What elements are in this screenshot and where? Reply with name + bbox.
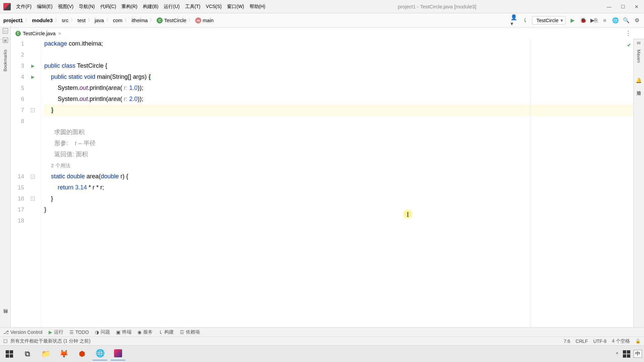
bookmarks-tool[interactable]: Bookmarks (3, 50, 8, 71)
menu-bar: 文件(F) 编辑(E) 视图(V) 导航(N) 代码(C) 重构(R) 构建(B… (14, 2, 267, 11)
tray-grid-icon[interactable] (623, 350, 630, 358)
bc-module[interactable]: module3 (32, 17, 53, 23)
status-message: 所有文件都处于最新状态 (1 分钟 之前) (10, 338, 91, 344)
tray-chevron-icon[interactable]: ＾ (615, 351, 620, 357)
caret-position[interactable]: 7:6 (564, 339, 570, 344)
text-cursor-highlight (403, 208, 413, 220)
bc-com[interactable]: com (113, 17, 122, 23)
status-icon: ☐ (3, 339, 8, 344)
services-icon: ◉ (138, 329, 142, 335)
menu-vcs[interactable]: VCS(S) (204, 2, 224, 11)
bc-class[interactable]: CTestCircle (157, 17, 186, 23)
bc-project[interactable]: project1 (3, 17, 23, 23)
maximize-button[interactable]: ☐ (621, 4, 625, 9)
problems-tool[interactable]: ◑问题 (95, 329, 110, 335)
editor-tab[interactable]: C TestCircle.java × (12, 28, 65, 39)
terminal-icon: ▣ (116, 329, 120, 335)
minimize-button[interactable]: — (607, 4, 611, 9)
close-button[interactable]: ✕ (635, 4, 639, 9)
tab-label: TestCircle.java (23, 31, 56, 36)
bc-src[interactable]: src (62, 17, 68, 23)
branch-icon: ⎇ (3, 329, 9, 335)
edge-icon[interactable]: 🌐 (93, 347, 107, 361)
run-config-select[interactable]: TestCircle (532, 16, 566, 24)
run-tool[interactable]: ▶运行 (49, 329, 63, 335)
run-gutter-icon[interactable]: ▶ (31, 63, 35, 68)
menu-window[interactable]: 窗口(W) (225, 2, 246, 11)
todo-tool[interactable]: ☰TODO (69, 329, 89, 335)
task-view-icon[interactable]: ⧉ (20, 347, 35, 361)
build-tool[interactable]: ⤹构建 (159, 329, 174, 335)
bc-itheima[interactable]: itheima (131, 17, 148, 23)
ime-indicator[interactable]: 中 (634, 350, 642, 358)
office-icon[interactable]: ⬢ (74, 347, 89, 361)
intellij-icon[interactable] (111, 347, 125, 361)
menu-file[interactable]: 文件(F) (14, 2, 34, 11)
inspection-ok-icon[interactable]: ✔ (627, 40, 631, 51)
user-icon[interactable]: 👤▾ (511, 17, 518, 24)
class-icon: C (157, 17, 163, 23)
services-tool[interactable]: ◉服务 (138, 329, 153, 335)
fold-icon[interactable]: − (31, 175, 35, 179)
run-gutter-icon[interactable]: ▶ (31, 74, 35, 79)
bc-method[interactable]: mmain (195, 17, 214, 23)
menu-help[interactable]: 帮助(H) (248, 2, 267, 11)
hammer-icon: ⤹ (159, 329, 163, 335)
list-icon: ☰ (69, 329, 74, 335)
app-icon (3, 3, 11, 10)
menu-build[interactable]: 构建(B) (141, 2, 161, 11)
right-margin-line (531, 38, 531, 327)
play-icon: ▶ (49, 329, 52, 335)
file-encoding[interactable]: UTF-8 (593, 339, 607, 344)
method-icon: m (195, 17, 201, 23)
windows-taskbar: ⧉ 📁 🦊 ⬢ 🌐 ＾ 中 (0, 345, 644, 362)
bc-test[interactable]: test (77, 17, 86, 23)
menu-edit[interactable]: 编辑(E) (35, 2, 55, 11)
firefox-icon[interactable]: 🦊 (56, 347, 71, 361)
explorer-icon[interactable]: 📁 (38, 347, 53, 361)
tab-more-icon[interactable]: ⋮ (625, 29, 631, 37)
hammer-icon[interactable]: ⤹ (521, 17, 529, 24)
bc-java[interactable]: java (95, 17, 104, 23)
stop-button[interactable]: ■ (601, 17, 608, 24)
breadcrumb: project1〉 module3〉 src〉 test〉 java〉 com〉… (3, 17, 214, 23)
warn-icon: ◑ (95, 329, 99, 335)
gutter: 1 2 3▶ 4▶ 5 6 7− 8 14− 15 16− 17 18 (11, 38, 41, 327)
class-icon: C (15, 31, 21, 36)
coverage-button[interactable]: ▶⎘ (590, 17, 598, 24)
menu-view[interactable]: 视图(V) (56, 2, 76, 11)
translate-icon[interactable]: 🌐 (612, 17, 619, 24)
menu-tools[interactable]: 工具(T) (183, 2, 203, 11)
lock-icon[interactable]: 🔓 (635, 339, 641, 344)
run-button[interactable]: ▶ (569, 17, 576, 24)
menu-refactor[interactable]: 重构(R) (119, 2, 139, 11)
maven-tool[interactable]: Maven (636, 50, 641, 63)
fold-icon[interactable]: − (31, 108, 35, 112)
line-separator[interactable]: CRLF (576, 339, 588, 344)
fold-icon[interactable]: − (31, 197, 35, 201)
start-button[interactable] (2, 347, 17, 361)
debug-button[interactable]: 🐞 (580, 17, 587, 24)
layers-icon: ☲ (180, 329, 184, 335)
version-control-tool[interactable]: ⎇Version Control (3, 329, 43, 335)
menu-nav[interactable]: 导航(N) (77, 2, 97, 11)
tab-close-icon[interactable]: × (58, 31, 62, 36)
deps-tool[interactable]: ☲依赖项 (180, 329, 200, 335)
search-icon[interactable]: 🔍 (623, 17, 630, 24)
settings-icon[interactable]: ⚙ (633, 17, 641, 24)
maven-icon[interactable]: m (637, 40, 641, 46)
code-editor[interactable]: 1 2 3▶ 4▶ 5 6 7− 8 14− 15 16− 17 18 ✔ pa… (11, 38, 633, 327)
usages-hint[interactable]: 2 个用法 (51, 163, 70, 168)
bell-icon[interactable]: 🔔 (636, 77, 642, 83)
terminal-tool[interactable]: ▣终端 (116, 329, 131, 335)
menu-code[interactable]: 代码(C) (98, 2, 118, 11)
window-title: project1 - TestCircle.java [module3] (267, 4, 607, 9)
menu-run[interactable]: 运行(U) (162, 2, 181, 11)
indent-setting[interactable]: 4 个空格 (612, 338, 630, 344)
